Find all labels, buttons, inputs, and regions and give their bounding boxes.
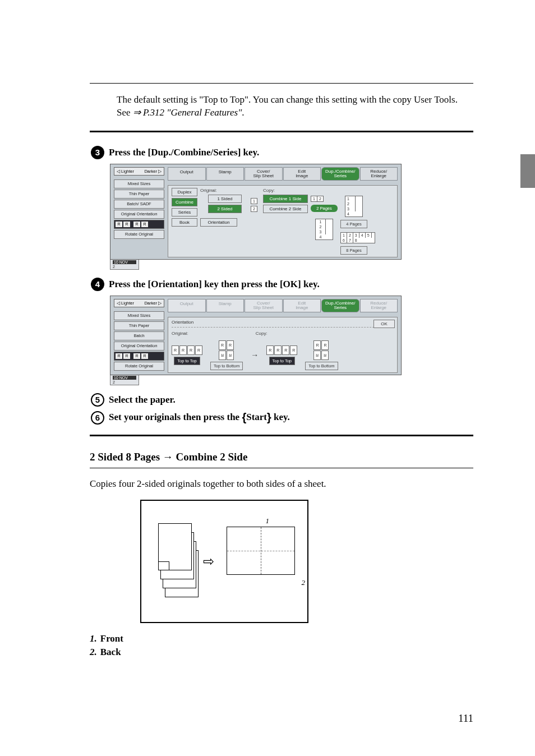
pages-2-button[interactable]: 2 Pages [311, 205, 338, 212]
orientation-label: Orientation [172, 320, 394, 325]
ss1-sidebar: ◁ Lighter Darker ▷ Mixed Sizes Thin Pape… [114, 167, 164, 257]
copy-top-to-bottom-button[interactable]: Top to Bottom [305, 362, 338, 370]
orig-top-to-top-button[interactable]: Top to Top [174, 357, 200, 365]
ss1-panel: Duplex Combine Series Book Original: 1 S… [168, 185, 398, 257]
book-button[interactable]: Book [172, 218, 197, 227]
thin-paper-button[interactable]: Thin Paper [114, 321, 164, 330]
combine-1side-button[interactable]: Combine 1 Side [263, 195, 308, 203]
screenshot-1: ◁ Lighter Darker ▷ Mixed Sizes Thin Pape… [110, 164, 402, 270]
tab-edit-image[interactable]: Edit Image [283, 167, 321, 181]
two-sided-button[interactable]: 2 Sided [208, 205, 242, 213]
mixed-sizes-button[interactable]: Mixed Sizes [114, 311, 164, 320]
tab-output[interactable]: Output [168, 167, 206, 181]
orig-toptotop-icon: RRRR [172, 345, 202, 355]
arrow-icon: ⇨ [203, 554, 214, 569]
rotate-original-button[interactable]: Rotate Original [114, 230, 164, 239]
step-4-label: Press the [Orientation] key then press t… [109, 279, 320, 290]
copy-label: Copy: [256, 331, 268, 336]
ss2-timestamp: 10 NOV 2 [110, 375, 139, 385]
rule-thick-1 [90, 131, 473, 132]
combine-button[interactable]: Combine [172, 198, 197, 206]
section-description: Copies four 2-sided originals together t… [90, 478, 473, 490]
pages-8-button[interactable]: 8 Pages [340, 246, 367, 255]
section-side-tab [520, 154, 535, 188]
step-3: 3 Press the [Dup./Combine/Series] key. [90, 146, 473, 159]
intro-ref: ⇒ P.312 "General Features" [133, 107, 242, 118]
label-1: 1 [266, 517, 270, 525]
duplex-button[interactable]: Duplex [172, 188, 197, 196]
original-orientation-button[interactable]: Original Orientation [114, 210, 164, 219]
batch-sadf-button[interactable]: Batch/ SADF [114, 200, 164, 209]
ss1-timestamp: 10 NOV 2 [110, 260, 139, 270]
ss2-sidebar: ◁ Lighter Darker ▷ Mixed Sizes Thin Pape… [114, 299, 164, 373]
tab-reduce-enlarge[interactable]: Reduce/ Enlarge [360, 167, 398, 181]
copy-toptobottom-icon: RRRR [313, 340, 329, 360]
step-4: 4 Press the [Orientation] key then press… [90, 278, 473, 291]
copy-label: Copy: [263, 188, 308, 193]
orientation-icons[interactable]: RRRR [114, 220, 164, 229]
copy-toptotop-icon: RRRR [266, 345, 297, 355]
step-3-label: Press the [Dup./Combine/Series] key. [109, 147, 259, 158]
density-control[interactable]: ◁ Lighter Darker ▷ [114, 167, 164, 176]
thin-paper-button[interactable]: Thin Paper [114, 190, 164, 199]
copy-top-to-top-button[interactable]: Top to Top [269, 357, 295, 365]
intro-period: . [242, 107, 244, 118]
grid-12345678-icon: 12345678 [340, 232, 375, 243]
ok-button[interactable]: OK [373, 320, 395, 328]
rule-thick-2 [90, 435, 473, 436]
tab-output[interactable]: Output [168, 299, 206, 312]
density-control[interactable]: ◁ Lighter Darker ▷ [114, 299, 164, 307]
orientation-button[interactable]: Orientation [200, 218, 237, 227]
tab-reduce-enlarge[interactable]: Reduce/ Enlarge [360, 299, 398, 312]
step-5-label: Select the paper. [109, 394, 176, 405]
grid-12-icon: 12 [311, 196, 324, 202]
orientation-icons[interactable]: RRRR [114, 352, 164, 361]
rule-thin-2 [90, 468, 473, 468]
grid-1234-icon: 1234 [345, 196, 363, 217]
step-num-4: 4 [91, 278, 104, 291]
rule-top [90, 83, 473, 84]
original-label: Original: [200, 188, 245, 193]
tab-edit-image[interactable]: Edit Image [283, 299, 321, 312]
series-button[interactable]: Series [172, 208, 197, 216]
one-sided-button[interactable]: 1 Sided [208, 195, 242, 203]
original-orientation-button[interactable]: Original Orientation [114, 342, 164, 351]
screenshot-2: ◁ Lighter Darker ▷ Mixed Sizes Thin Pape… [110, 296, 402, 385]
orig-top-to-bottom-button[interactable]: Top to Bottom [210, 362, 243, 370]
arrow-icon: → [251, 351, 259, 359]
section-heading: 2 Sided 8 Pages → Combine 2 Side [90, 451, 473, 463]
step-5: 5 Select the paper. [90, 393, 473, 407]
label-2: 2 [302, 578, 306, 587]
ss2-tabs: Output Stamp Cover/ Slip Sheet Edit Imag… [168, 299, 398, 312]
step-num-5: 5 [91, 393, 104, 407]
ss1-tabs: Output Stamp Cover/ Slip Sheet Edit Imag… [168, 167, 398, 181]
tab-dup-combine-series[interactable]: Dup./Combine/ Series [321, 299, 359, 312]
combine-diagram: ⇨ 1 2 [140, 500, 308, 623]
grid-1234-icon: 1234 [315, 219, 333, 240]
intro-paragraph: The default setting is "Top to Top". You… [90, 94, 473, 119]
rotate-original-button[interactable]: Rotate Original [114, 362, 164, 371]
original-label: Original: [172, 331, 188, 336]
tab-stamp[interactable]: Stamp [206, 167, 245, 181]
list-item-1: 1.Front [90, 633, 473, 644]
page-indicator-icon: 1 [251, 198, 257, 204]
orig-toptobottom-icon: RRRR [219, 340, 234, 360]
pages-4-button[interactable]: 4 Pages [340, 220, 367, 228]
tab-cover-slip[interactable]: Cover/ Slip Sheet [245, 167, 283, 181]
batch-button[interactable]: Batch [114, 331, 164, 340]
list-item-2: 2.Back [90, 647, 473, 658]
combine-2side-button[interactable]: Combine 2 Side [263, 205, 308, 213]
step-6: 6 Set your originals then press the {Sta… [90, 411, 473, 425]
step-num-6: 6 [91, 411, 104, 425]
tab-stamp[interactable]: Stamp [206, 299, 245, 312]
tab-cover-slip[interactable]: Cover/ Slip Sheet [245, 299, 283, 312]
page-number: 111 [458, 712, 473, 725]
ss2-panel: Orientation OK Original: Copy: RRRR Top … [168, 317, 398, 373]
step-6-label: Set your originals then press the {Start… [109, 411, 290, 424]
page-indicator-icon: 2 [251, 206, 257, 212]
tab-dup-combine-series[interactable]: Dup./Combine/ Series [321, 167, 359, 181]
mixed-sizes-button[interactable]: Mixed Sizes [114, 179, 164, 188]
step-num-3: 3 [91, 146, 104, 159]
